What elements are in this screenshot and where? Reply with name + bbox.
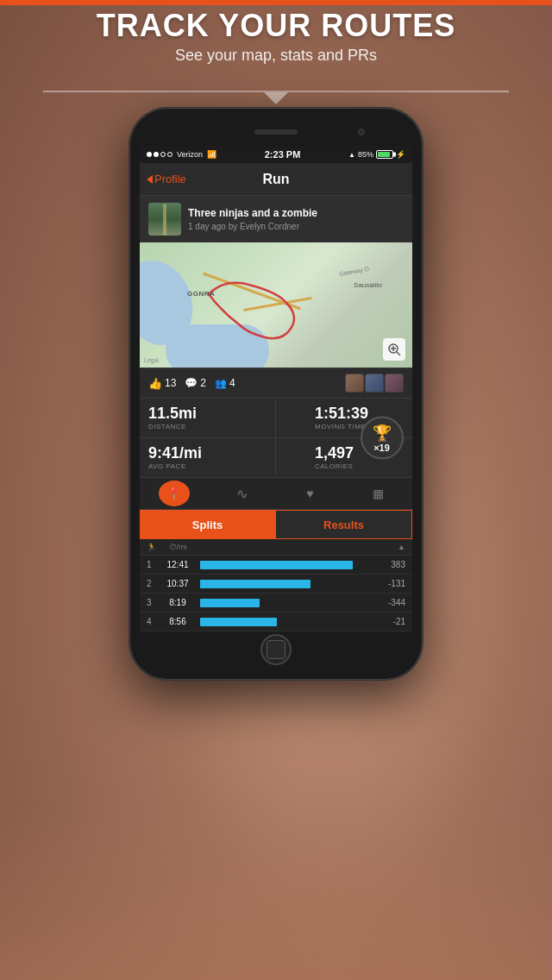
table-row: 4 8:56 -21: [140, 612, 412, 631]
activity-info: Three ninjas and a zombie 1 day ago by E…: [188, 207, 404, 230]
main-title: TRACK YOUR ROUTES: [0, 9, 552, 43]
main-subtitle: See your map, stats and PRs: [0, 47, 552, 65]
metric-avg-pace: 9:41/mi AVG PACE: [140, 438, 276, 477]
results-tab[interactable]: Results: [275, 510, 412, 539]
splits-tab[interactable]: Splits: [140, 510, 275, 539]
metric-distance: 11.5mi DISTANCE: [140, 399, 276, 438]
thumbsup-icon: 👍: [148, 377, 162, 390]
map-route-svg: [140, 242, 412, 368]
map-label-legal: Legal: [144, 357, 159, 363]
split-bar: [195, 599, 375, 607]
phone-screen: Verizon 📶 2:23 PM ▲ 85% ⚡: [140, 146, 412, 631]
back-label: Profile: [154, 173, 186, 185]
split-pace: 10:37: [160, 579, 195, 588]
phone-speaker: [254, 129, 298, 135]
battery-tip: [393, 153, 396, 157]
avatar-3: [385, 374, 404, 393]
metrics-grid: 11.5mi DISTANCE 1:51:39 MOVING TIME 9:41…: [140, 398, 412, 477]
split-pace: 12:41: [160, 560, 195, 569]
signal-dots: [147, 152, 172, 157]
split-elev: -131: [375, 579, 405, 588]
chart-tab-button[interactable]: ∿: [227, 481, 258, 506]
header-arrow: [264, 92, 288, 104]
location-icon: ▲: [348, 151, 355, 159]
splits-tab-label: Splits: [192, 518, 223, 531]
comments-stat[interactable]: 💬 2: [185, 377, 206, 389]
map-zoom-button[interactable]: [383, 338, 405, 361]
table-row: 1 12:41 383: [140, 556, 412, 575]
comments-count: 2: [200, 377, 206, 389]
tab-icons-row: 📍 ∿ ♥ ▦: [140, 477, 412, 510]
avg-pace-label: AVG PACE: [148, 462, 267, 470]
split-pace: 8:19: [160, 598, 195, 607]
avg-pace-value: 9:41/mi: [148, 445, 267, 461]
split-pace: 8:56: [160, 617, 195, 626]
status-right: ▲ 85% ⚡: [348, 150, 405, 159]
back-button[interactable]: Profile: [147, 173, 186, 185]
splits-rows: 1 12:41 383 2 10:37 -131 3 8:19 -344 4 8…: [140, 556, 412, 631]
map-pin-icon: 📍: [166, 487, 181, 500]
bar-fill: [200, 618, 277, 626]
split-bar: [195, 618, 375, 626]
signal-dot-3: [160, 152, 166, 157]
nav-title: Run: [262, 172, 289, 187]
carrier-label: Verizon: [177, 150, 203, 159]
battery-fill: [378, 152, 390, 157]
phone-device: Verizon 📶 2:23 PM ▲ 85% ⚡: [129, 108, 423, 680]
splits-table: 🏃 ⏱/mi ▲ 1 12:41 383 2 10:37 -131 3 8: [140, 539, 412, 631]
home-button-inner: [267, 640, 285, 659]
stats-tab-button[interactable]: ▦: [363, 481, 394, 506]
splits-results-tabs: Splits Results: [140, 510, 412, 539]
people-icon: 👥: [215, 378, 227, 389]
split-bar: [195, 580, 375, 588]
map-tab-button[interactable]: 📍: [159, 481, 190, 506]
back-chevron-icon: [147, 175, 153, 184]
bar-fill: [200, 580, 310, 588]
calories-label: CALORIES: [315, 462, 404, 470]
trophy-count: ×19: [373, 443, 390, 453]
avatar-1: [345, 374, 364, 393]
split-num: 3: [147, 598, 160, 607]
activity-title: Three ninjas and a zombie: [188, 207, 404, 219]
home-button[interactable]: [260, 634, 292, 665]
header-area: TRACK YOUR ROUTES See your map, stats an…: [0, 9, 552, 65]
split-elev: -21: [375, 617, 405, 626]
heart-tab-button[interactable]: ♥: [295, 481, 326, 506]
map-area[interactable]: GGNRA Sausalito Gateway O Legal: [140, 242, 412, 368]
battery-icon: [376, 150, 393, 159]
status-bar: Verizon 📶 2:23 PM ▲ 85% ⚡: [140, 146, 412, 163]
map-background: GGNRA Sausalito Gateway O Legal: [140, 242, 412, 368]
phone-camera: [358, 129, 365, 135]
split-num: 1: [147, 560, 160, 569]
trophy-circle: 🏆 ×19: [361, 417, 404, 460]
avatar-list: [345, 374, 404, 393]
split-num: 4: [147, 617, 160, 626]
people-stat[interactable]: 👥 4: [215, 377, 235, 389]
phone-bottom-bar: [140, 631, 412, 668]
bar-fill: [200, 599, 260, 607]
signal-dot-1: [147, 152, 152, 157]
svg-line-1: [397, 352, 400, 355]
comment-icon: 💬: [185, 377, 198, 389]
signal-dot-4: [167, 152, 172, 157]
trophy-badge: 🏆 ×19: [358, 414, 405, 462]
bar-chart-icon: ▦: [373, 487, 384, 500]
results-tab-label: Results: [323, 518, 364, 531]
bar-fill: [200, 561, 353, 569]
split-col-num: 🏃: [147, 543, 160, 551]
split-col-elev: ▲: [375, 543, 405, 551]
likes-count: 13: [165, 377, 176, 389]
battery-pct: 85%: [358, 150, 373, 159]
status-time: 2:23 PM: [265, 149, 301, 160]
distance-label: DISTANCE: [148, 423, 267, 430]
activity-meta: 1 day ago by Evelyn Cordner: [188, 222, 404, 231]
road-image: [148, 203, 181, 236]
distance-value: 11.5mi: [148, 405, 267, 421]
map-label-ggnra: GGNRA: [187, 290, 215, 298]
heart-icon: ♥: [306, 487, 313, 500]
status-left: Verizon 📶: [147, 150, 216, 159]
split-elev: 383: [375, 560, 405, 569]
likes-stat[interactable]: 👍 13: [148, 377, 176, 390]
phone-top-notch: [140, 120, 412, 144]
map-label-sausalito: Sausalito: [354, 281, 382, 289]
